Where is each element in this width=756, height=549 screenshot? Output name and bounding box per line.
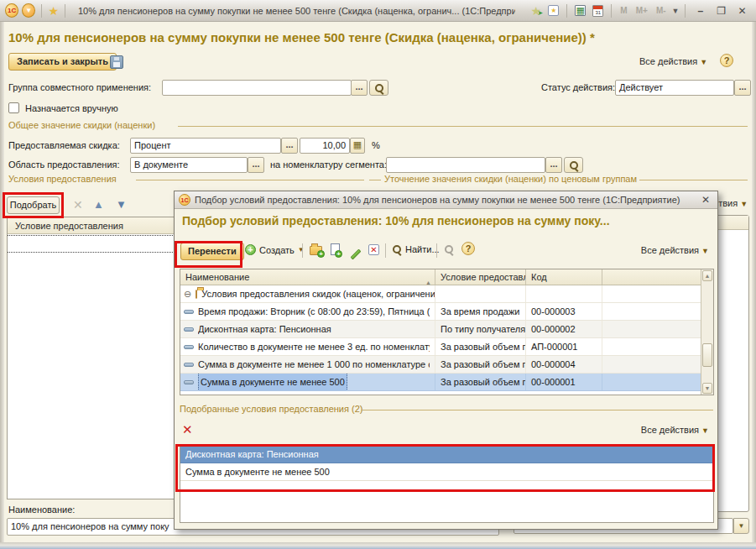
status-input[interactable]: Действует	[615, 80, 734, 96]
vertical-scrollbar[interactable]: ▲ ▼	[701, 269, 713, 395]
window-frame-right	[752, 22, 756, 544]
calendar-icon[interactable]: 31	[591, 3, 605, 18]
column-condition[interactable]: Условие предоставления	[435, 269, 526, 285]
catalog-table-header: Наименование▲ Условие предоставления Код	[180, 269, 713, 285]
collapse-icon[interactable]: ⊖	[184, 290, 191, 299]
dropdown-arrow-icon: ▼	[701, 247, 709, 255]
new-group-button[interactable]: +	[310, 246, 322, 257]
page-title: 10% для пенсионеров на сумму покупки не …	[8, 30, 595, 44]
create-button[interactable]: + Создать ▼	[245, 244, 305, 255]
item-icon	[184, 380, 194, 384]
section-conditions-label: Условия предоставления	[8, 174, 117, 184]
delete-item-button[interactable]: ✕	[368, 244, 379, 255]
table-row[interactable]: Сумма в документе не менее 1 000 по номе…	[180, 356, 713, 374]
segment-input[interactable]	[386, 157, 545, 173]
folder-icon	[196, 290, 197, 299]
status-label: Статус действия:	[541, 82, 615, 92]
picked-row-selected[interactable]: Дисконтная карта: Пенсионная	[180, 446, 713, 463]
segment-open-button[interactable]	[564, 157, 583, 173]
section-common-line	[178, 126, 748, 127]
memory-m-button[interactable]: M	[618, 6, 629, 15]
clear-find-button[interactable]	[444, 244, 454, 256]
dialog-all-actions-menu[interactable]: Все действия ▼	[641, 245, 709, 255]
pick-conditions-button[interactable]: Подобрать	[7, 196, 60, 214]
memory-mminus-button[interactable]: M-	[654, 6, 669, 15]
help-icon[interactable]: ?	[461, 242, 475, 255]
discount-label: Предоставляемая скидка:	[8, 140, 120, 150]
edit-item-button[interactable]	[350, 248, 362, 258]
dialog-heading: Подбор условий предоставления: 10% для п…	[182, 214, 711, 227]
save-close-button[interactable]: Записать и закрыть	[8, 53, 117, 71]
segment-select-button[interactable]: ...	[545, 157, 562, 173]
help-icon[interactable]: ?	[720, 54, 733, 67]
scroll-up-button[interactable]: ▲	[702, 270, 712, 281]
section-refine-label: Уточнение значения скидки (наценки) по ц…	[384, 174, 637, 184]
history-icon[interactable]: ★	[546, 3, 560, 18]
picked-list[interactable]: Дисконтная карта: Пенсионная Сумма в док…	[180, 445, 714, 523]
main-menu-button[interactable]: ▼	[22, 3, 35, 18]
manual-checkbox[interactable]	[8, 102, 19, 113]
scroll-down-button[interactable]: ▼	[702, 383, 712, 394]
move-down-icon[interactable]: ▼	[116, 198, 127, 211]
group-application-open-button[interactable]	[369, 80, 388, 96]
area-label: Область предоставления:	[8, 159, 120, 170]
copy-item-button[interactable]: +	[331, 243, 340, 257]
titlebar-dropdown-icon[interactable]: ▼	[672, 7, 680, 15]
area-select-button[interactable]: ...	[248, 157, 264, 173]
close-button[interactable]: ✕	[733, 3, 751, 18]
column-code[interactable]: Код	[526, 269, 602, 285]
search-off-icon	[444, 244, 454, 254]
remove-picked-icon[interactable]: ✕	[182, 423, 193, 436]
area-input[interactable]: В документе	[130, 157, 248, 173]
delete-icon: ✕	[368, 244, 379, 255]
folder-icon: +	[310, 246, 322, 255]
discount-type-select-button[interactable]: ...	[281, 138, 298, 154]
picked-all-actions-menu[interactable]: Все действия ▼	[641, 425, 709, 435]
calculator-field-button[interactable]: ▦	[350, 138, 365, 154]
group-application-input[interactable]	[162, 80, 352, 96]
table-row[interactable]: Дисконтная карта: Пенсионная По типу пол…	[180, 321, 713, 338]
group-application-select-button[interactable]: ...	[351, 80, 368, 96]
window-frame-bottom	[0, 542, 756, 549]
titlebar-separator	[41, 4, 42, 18]
window-frame-left	[0, 22, 4, 544]
discount-type-input[interactable]: Процент	[130, 138, 281, 154]
scroll-thumb[interactable]	[702, 343, 712, 367]
find-button[interactable]: Найти...	[392, 244, 440, 254]
1c-logo-icon: 1С	[179, 194, 190, 206]
delete-condition-icon[interactable]: ✕	[73, 198, 83, 212]
dropdown-arrow-icon: ▼	[700, 58, 707, 66]
search-icon	[569, 160, 579, 170]
search-icon	[392, 244, 402, 254]
table-row-folder[interactable]: ⊖ Условия предоставления скидок (наценок…	[180, 285, 713, 303]
catalog-table[interactable]: Наименование▲ Условие предоставления Код…	[180, 269, 714, 395]
item-icon	[184, 327, 194, 332]
table-row[interactable]: Время продажи: Вторник (с 08:00 до 23:59…	[180, 303, 713, 321]
percent-sign: %	[372, 140, 380, 150]
titlebar-separator	[566, 4, 567, 18]
save-icon[interactable]	[110, 55, 123, 69]
status-select-button[interactable]: ...	[734, 80, 751, 96]
refine-combo-dropdown-button[interactable]: ▼	[733, 518, 749, 534]
calculator-icon[interactable]: ▦	[573, 3, 587, 18]
table-row[interactable]: Количество в документе не менее 3 ед. по…	[180, 338, 713, 356]
memory-mplus-button[interactable]: M+	[633, 6, 650, 15]
table-row-selected[interactable]: Сумма в документе не менее 500 За разовы…	[180, 374, 713, 391]
move-up-icon[interactable]: ▲	[93, 198, 104, 211]
discount-percent-input[interactable]: 10,00	[300, 138, 350, 154]
picked-row[interactable]: Сумма в документе не менее 500	[180, 463, 713, 481]
dialog-title: Подбор условий предоставления: 10% для п…	[195, 195, 694, 205]
maximize-button[interactable]: ❐	[712, 3, 730, 18]
section-refine-line-right	[639, 180, 748, 180]
titlebar-separator	[65, 4, 65, 18]
dialog-close-button[interactable]: ✕	[698, 194, 713, 206]
column-name[interactable]: Наименование▲	[180, 269, 435, 285]
sort-ascending-icon: ▲	[425, 274, 431, 285]
segment-label: на номенклатуру сегмента:	[270, 159, 387, 170]
minimize-button[interactable]: –	[691, 3, 709, 18]
favorites-star-icon[interactable]: ★	[48, 5, 59, 17]
document-icon: +	[331, 243, 340, 255]
all-actions-menu[interactable]: Все действия ▼	[639, 56, 707, 66]
add-favorite-icon[interactable]: ★➤	[529, 3, 543, 18]
transfer-button[interactable]: Перенести	[180, 243, 244, 260]
